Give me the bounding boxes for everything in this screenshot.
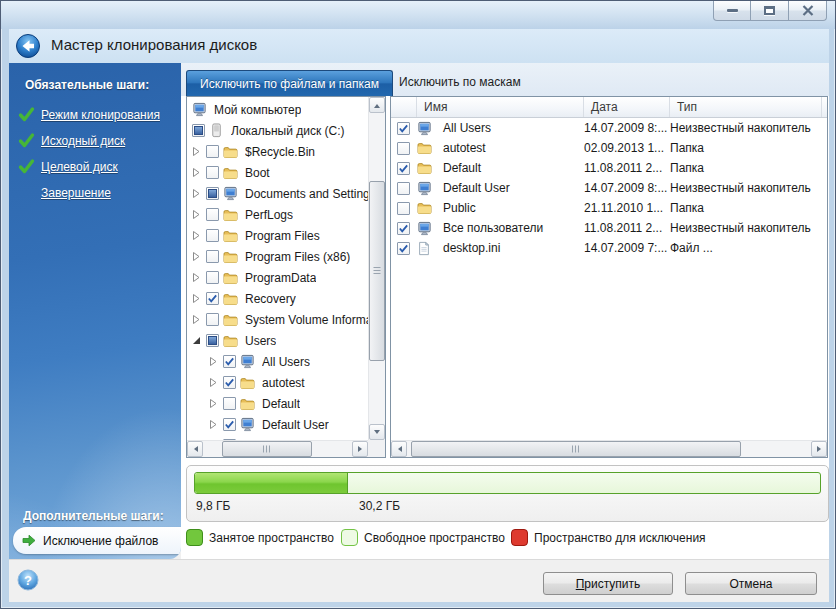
tree-checkbox[interactable] — [206, 271, 219, 284]
expander-collapsed-icon[interactable] — [192, 292, 206, 306]
step-link[interactable]: Исходный диск — [41, 134, 125, 148]
row-checkbox[interactable] — [397, 242, 410, 255]
row-checkbox[interactable] — [397, 222, 410, 235]
scroll-right-button[interactable] — [811, 441, 827, 457]
tree-checkbox[interactable] — [206, 145, 219, 158]
row-checkbox-cell — [391, 122, 417, 135]
expander-expanded-icon[interactable] — [192, 334, 206, 348]
maximize-button[interactable] — [751, 1, 789, 21]
row-checkbox[interactable] — [397, 182, 410, 195]
expander-collapsed-icon[interactable] — [209, 355, 223, 369]
row-checkbox[interactable] — [397, 122, 410, 135]
tree-checkbox[interactable] — [206, 292, 219, 305]
row-date-cell: 11.08.2011 2... — [584, 221, 670, 235]
tree-item[interactable]: $Recycle.Bin — [187, 141, 368, 162]
sidebar-step: Режим клонирования — [9, 102, 181, 128]
expander-collapsed-icon[interactable] — [192, 271, 206, 285]
scrollbar-thumb[interactable] — [222, 441, 312, 457]
expander-collapsed-icon[interactable] — [209, 397, 223, 411]
tree-item[interactable]: System Volume Information — [187, 309, 368, 330]
proceed-button[interactable]: Приступить — [543, 572, 673, 595]
expander-collapsed-icon[interactable] — [209, 376, 223, 390]
tab-exclude-by-files[interactable]: Исключить по файлам и папкам — [186, 70, 393, 96]
expander-collapsed-icon[interactable] — [192, 208, 206, 222]
table-row[interactable]: All Users14.07.2009 8:...Неизвестный нак… — [391, 118, 827, 138]
table-row[interactable]: autotest02.09.2013 1...Папка — [391, 138, 827, 158]
tree-checkbox[interactable] — [206, 334, 219, 347]
scroll-left-button[interactable] — [187, 441, 203, 457]
table-row[interactable]: desktop.ini14.07.2009 7:...Файл ... — [391, 238, 827, 258]
row-checkbox[interactable] — [397, 162, 410, 175]
tree-checkbox[interactable] — [223, 376, 236, 389]
tree-item[interactable]: Recovery — [187, 288, 368, 309]
tree-checkbox[interactable] — [223, 418, 236, 431]
expander-collapsed-icon[interactable] — [192, 145, 206, 159]
expander-collapsed-icon[interactable] — [192, 166, 206, 180]
tree-item[interactable]: Program Files (x86) — [187, 246, 368, 267]
sidebar-item-file-exclusion[interactable]: Исключение файлов — [13, 527, 181, 554]
tree-item[interactable]: PerfLogs — [187, 204, 368, 225]
tree-item[interactable]: Documents and Settings — [187, 183, 368, 204]
tree-item[interactable]: Локальный диск (C:) — [187, 120, 368, 141]
column-header[interactable]: Имя — [417, 97, 584, 117]
tree-checkbox[interactable] — [223, 355, 236, 368]
row-checkbox[interactable] — [397, 142, 410, 155]
row-checkbox-cell — [391, 182, 417, 195]
help-button[interactable]: ? — [17, 569, 39, 591]
tree-item[interactable]: All Users — [187, 351, 368, 372]
tree-item[interactable]: autotest — [187, 372, 368, 393]
cancel-button[interactable]: Отмена — [685, 572, 817, 595]
title-bar[interactable] — [1, 1, 836, 29]
tree-checkbox[interactable] — [206, 229, 219, 242]
tree-item[interactable]: Мой компьютер — [187, 99, 368, 120]
table-row[interactable]: Все пользователи11.08.2011 2...Неизвестн… — [391, 218, 827, 238]
tree-item[interactable]: Default — [187, 393, 368, 414]
scrollbar-thumb[interactable] — [369, 181, 385, 361]
scrollbar-thumb[interactable] — [411, 441, 741, 457]
free-swatch-icon — [341, 529, 358, 546]
step-link[interactable]: Режим клонирования — [41, 108, 160, 122]
expander-collapsed-icon[interactable] — [192, 313, 206, 327]
tree-checkbox[interactable] — [206, 313, 219, 326]
tree-checkbox[interactable] — [206, 208, 219, 221]
step-link[interactable]: Целевой диск — [41, 160, 118, 174]
tree-item[interactable]: Default User — [187, 414, 368, 435]
scroll-left-button[interactable] — [391, 441, 407, 457]
arrow-up-icon — [374, 101, 380, 108]
page-title: Мастер клонирования дисков — [51, 36, 257, 53]
tree-checkbox[interactable] — [206, 250, 219, 263]
row-checkbox[interactable] — [397, 202, 410, 215]
tree-checkbox[interactable] — [223, 397, 236, 410]
tree-checkbox[interactable] — [206, 187, 219, 200]
list-horizontal-scrollbar[interactable] — [391, 440, 827, 457]
expander-collapsed-icon[interactable] — [192, 187, 206, 201]
scroll-up-button[interactable] — [369, 97, 385, 113]
tree-checkbox[interactable] — [192, 124, 205, 137]
tree-item[interactable]: Boot — [187, 162, 368, 183]
tree-item[interactable]: Users — [187, 330, 368, 351]
column-header[interactable]: Дата — [584, 97, 670, 117]
tree-item-label: Recovery — [245, 292, 296, 306]
expander-collapsed-icon[interactable] — [192, 250, 206, 264]
table-row[interactable]: Default User14.07.2009 8:...Неизвестный … — [391, 178, 827, 198]
close-button[interactable] — [789, 1, 827, 21]
table-row[interactable]: Default11.08.2011 2...Папка — [391, 158, 827, 178]
tab-exclude-by-masks[interactable]: Исключить по маскам — [399, 75, 521, 89]
column-header[interactable] — [391, 97, 417, 117]
tree-checkbox[interactable] — [206, 166, 219, 179]
expander-collapsed-icon[interactable] — [192, 229, 206, 243]
back-button[interactable] — [15, 33, 41, 59]
tree-item[interactable]: ProgramData — [187, 267, 368, 288]
column-header[interactable]: Тип — [670, 97, 822, 117]
expander-collapsed-icon[interactable] — [209, 418, 223, 432]
scroll-down-button[interactable] — [369, 424, 385, 440]
used-space-fill — [195, 473, 348, 493]
tree-item[interactable]: Program Files — [187, 225, 368, 246]
table-row[interactable]: Public21.11.2010 1...Папка — [391, 198, 827, 218]
tree-horizontal-scrollbar[interactable] — [187, 440, 368, 457]
scroll-right-button[interactable] — [352, 441, 368, 457]
column-header[interactable]: С — [822, 97, 828, 117]
minimize-button[interactable] — [713, 1, 751, 21]
step-link[interactable]: Завершение — [41, 186, 111, 200]
tree-vertical-scrollbar[interactable] — [368, 97, 385, 440]
